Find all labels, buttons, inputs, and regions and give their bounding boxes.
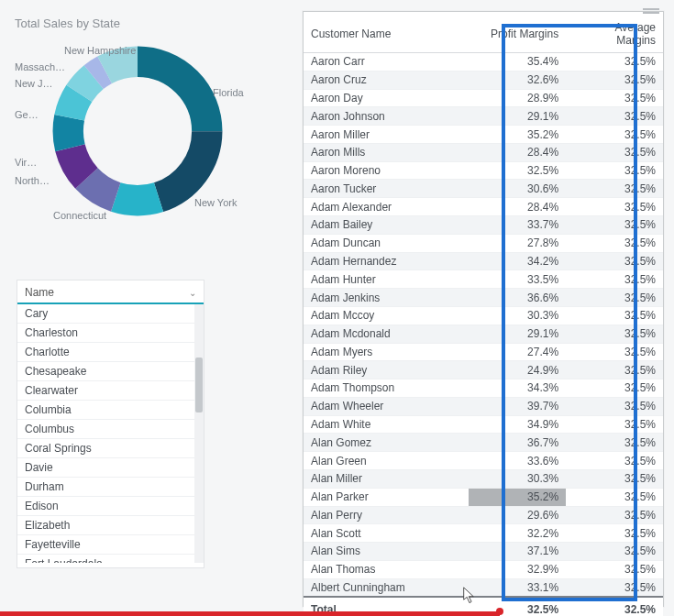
customer-table-visual[interactable]: Customer Name Profit Margins Average Mar… xyxy=(303,11,664,607)
table-row[interactable]: Alan Scott32.2%32.5% xyxy=(304,524,663,543)
slicer-item[interactable]: Columbus xyxy=(17,420,194,439)
table-row[interactable]: Alan Miller30.3%32.5% xyxy=(304,469,663,488)
donut-label-ny: New York xyxy=(194,197,237,208)
profit-margin-cell: 34.9% xyxy=(469,415,566,434)
table-row[interactable]: Aaron Day28.9%32.5% xyxy=(304,89,663,107)
table-row[interactable]: Adam Jenkins36.6%32.5% xyxy=(304,289,663,307)
table-row[interactable]: Adam Duncan27.8%32.5% xyxy=(304,234,663,252)
profit-margin-cell: 32.9% xyxy=(469,560,566,578)
table-row[interactable]: Albert Cunningham33.1%32.5% xyxy=(304,578,663,597)
slicer-scroll-thumb[interactable] xyxy=(195,358,203,412)
table-row[interactable]: Aaron Cruz32.6%32.5% xyxy=(304,71,663,89)
col-header-average-margins[interactable]: Average Margins xyxy=(566,12,663,53)
table-row[interactable]: Alan Sims37.1%32.5% xyxy=(304,543,663,561)
table-row[interactable]: Alan Perry29.6%32.5% xyxy=(304,506,663,524)
table-row[interactable]: Adam Thompson34.3%32.5% xyxy=(304,380,663,398)
slicer-item[interactable]: Durham xyxy=(17,478,194,497)
slicer-item[interactable]: Charleston xyxy=(17,324,194,343)
chart-title: Total Sales by State xyxy=(15,16,271,30)
profit-margin-cell: 34.2% xyxy=(469,252,566,270)
customer-name-cell: Aaron Cruz xyxy=(304,71,469,89)
donut-label-north: North… xyxy=(15,175,50,186)
customer-name-cell: Alan Sims xyxy=(304,543,469,561)
video-progress-bar[interactable] xyxy=(0,611,500,616)
table-row[interactable]: Aaron Johnson29.1%32.5% xyxy=(304,107,663,126)
average-margin-cell: 32.5% xyxy=(566,216,663,235)
average-margin-cell: 32.5% xyxy=(566,161,663,180)
customer-name-cell: Adam Mccoy xyxy=(304,306,469,324)
chevron-down-icon[interactable]: ⌄ xyxy=(189,288,196,298)
slicer-item[interactable]: Cary xyxy=(17,304,194,324)
table-row[interactable]: Adam Mccoy30.3%32.5% xyxy=(304,306,663,324)
profit-margin-cell: 33.7% xyxy=(469,216,566,235)
average-margin-cell: 32.5% xyxy=(566,578,663,597)
table-row[interactable]: Adam Wheeler39.7%32.5% xyxy=(304,397,663,415)
customer-name-cell: Adam Bailey xyxy=(304,216,469,235)
col-header-profit-margins[interactable]: Profit Margins xyxy=(469,12,566,53)
profit-margin-cell: 32.6% xyxy=(469,71,566,89)
slicer-item[interactable]: Clearwater xyxy=(17,381,194,401)
slicer-item[interactable]: Coral Springs xyxy=(17,439,194,458)
slicer-item[interactable]: Edison xyxy=(17,497,194,516)
average-margin-cell: 32.5% xyxy=(566,380,663,398)
slicer-scrollbar[interactable] xyxy=(194,304,204,563)
average-margin-cell: 32.5% xyxy=(566,306,663,324)
table-row[interactable]: Alan Green33.6%32.5% xyxy=(304,452,663,470)
donut-label-fl: Florida xyxy=(213,87,244,98)
col-header-customer[interactable]: Customer Name xyxy=(304,12,469,53)
table-row[interactable]: Aaron Moreno32.5%32.5% xyxy=(304,161,663,180)
slicer-item[interactable]: Columbia xyxy=(17,401,194,420)
profit-margin-cell: 34.3% xyxy=(469,380,566,398)
slicer-item[interactable]: Elizabeth xyxy=(17,516,194,535)
table-row[interactable]: Adam Riley24.9%32.5% xyxy=(304,361,663,380)
table-row[interactable]: Aaron Carr35.4%32.5% xyxy=(304,53,663,72)
customer-name-cell: Alan Green xyxy=(304,452,469,470)
table-row[interactable]: Adam White34.9%32.5% xyxy=(304,415,663,434)
average-margin-cell: 32.5% xyxy=(566,452,663,470)
customer-name-cell: Adam Alexander xyxy=(304,198,469,216)
table-row[interactable]: Alan Gomez36.7%32.5% xyxy=(304,434,663,452)
table-row[interactable]: Aaron Mills28.4%32.5% xyxy=(304,143,663,161)
customer-name-cell: Alan Parker xyxy=(304,488,469,506)
table-row[interactable]: Adam Hernandez34.2%32.5% xyxy=(304,252,663,270)
average-margin-cell: 32.5% xyxy=(566,270,663,289)
table-row[interactable]: Aaron Tucker30.6%32.5% xyxy=(304,180,663,198)
average-margin-cell: 32.5% xyxy=(566,524,663,543)
table-row[interactable]: Adam Myers27.4%32.5% xyxy=(304,343,663,361)
customer-name-cell: Aaron Moreno xyxy=(304,161,469,180)
average-margin-cell: 32.5% xyxy=(566,180,663,198)
table-row[interactable]: Adam Alexander28.4%32.5% xyxy=(304,198,663,216)
slicer-item[interactable]: Charlotte xyxy=(17,343,194,362)
average-margin-cell: 32.5% xyxy=(566,488,663,506)
profit-margin-cell: 29.1% xyxy=(469,324,566,343)
video-progress-knob[interactable] xyxy=(496,608,503,615)
visual-options-icon[interactable] xyxy=(643,6,659,16)
customer-name-cell: Adam Hunter xyxy=(304,270,469,289)
table-row[interactable]: Alan Thomas32.9%32.5% xyxy=(304,560,663,578)
table-row[interactable]: Aaron Miller35.2%32.5% xyxy=(304,126,663,144)
profit-margin-cell: 32.2% xyxy=(469,524,566,543)
donut-chart[interactable]: New Hampshire Massach… New J… Ge… Vir… N… xyxy=(9,39,266,232)
slicer-item[interactable]: Fort Lauderdale xyxy=(17,555,194,563)
customer-name-cell: Adam Hernandez xyxy=(304,252,469,270)
average-margin-cell: 32.5% xyxy=(566,198,663,216)
slicer-item[interactable]: Chesapeake xyxy=(17,362,194,381)
table-row[interactable]: Alan Parker35.2%32.5% xyxy=(304,488,663,506)
profit-margin-cell: 30.3% xyxy=(469,469,566,488)
table-row[interactable]: Adam Mcdonald29.1%32.5% xyxy=(304,324,663,343)
slicer-item[interactable]: Davie xyxy=(17,458,194,478)
customer-name-cell: Albert Cunningham xyxy=(304,578,469,597)
average-margin-cell: 32.5% xyxy=(566,343,663,361)
profit-margin-cell: 39.7% xyxy=(469,397,566,415)
slicer-title: Name xyxy=(25,286,54,299)
customer-name-cell: Adam White xyxy=(304,415,469,434)
profit-margin-cell: 32.5% xyxy=(469,161,566,180)
name-slicer[interactable]: Name ⌄ CaryCharlestonCharlotteChesapeake… xyxy=(17,280,204,568)
table-row[interactable]: Adam Hunter33.5%32.5% xyxy=(304,270,663,289)
profit-margin-cell: 30.6% xyxy=(469,180,566,198)
profit-margin-cell: 36.6% xyxy=(469,289,566,307)
donut-label-nh: New Hampshire xyxy=(64,45,136,56)
profit-margin-cell: 33.1% xyxy=(469,578,566,597)
table-row[interactable]: Adam Bailey33.7%32.5% xyxy=(304,216,663,235)
slicer-item[interactable]: Fayetteville xyxy=(17,535,194,555)
